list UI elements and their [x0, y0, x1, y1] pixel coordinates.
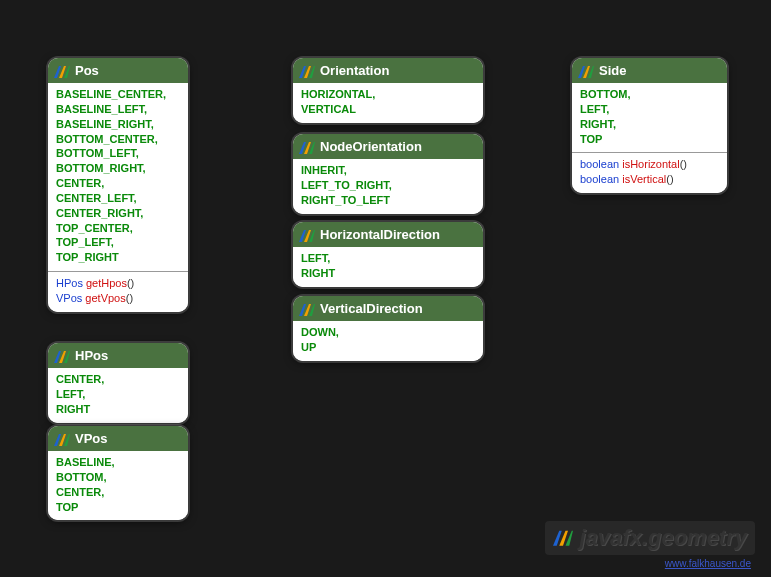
class-header: Side — [572, 58, 727, 83]
enum-icon — [54, 349, 70, 363]
enum-values: LEFT, RIGHT — [293, 247, 483, 287]
class-name: NodeOrientation — [320, 139, 422, 154]
class-box-nodeorientation: NodeOrientation INHERIT, LEFT_TO_RIGHT, … — [293, 134, 483, 214]
class-name: HorizontalDirection — [320, 227, 440, 242]
class-header: Orientation — [293, 58, 483, 83]
enum-icon — [54, 64, 70, 78]
class-box-verticaldirection: VerticalDirection DOWN, UP — [293, 296, 483, 361]
class-name: Pos — [75, 63, 99, 78]
diagram-canvas: Pos BASELINE_CENTER, BASELINE_LEFT, BASE… — [0, 0, 771, 577]
enum-values: INHERIT, LEFT_TO_RIGHT, RIGHT_TO_LEFT — [293, 159, 483, 214]
methods: HPos getHpos() VPos getVpos() — [48, 271, 188, 312]
class-header: VPos — [48, 426, 188, 451]
package-title-text: javafx.geometry — [579, 525, 747, 551]
class-name: VPos — [75, 431, 108, 446]
class-name: Side — [599, 63, 626, 78]
methods: boolean isHorizontal() boolean isVertica… — [572, 152, 727, 193]
enum-icon — [299, 64, 315, 78]
class-box-horizontaldirection: HorizontalDirection LEFT, RIGHT — [293, 222, 483, 287]
enum-values: DOWN, UP — [293, 321, 483, 361]
enum-icon — [553, 528, 573, 548]
class-name: HPos — [75, 348, 108, 363]
class-header: VerticalDirection — [293, 296, 483, 321]
class-box-pos: Pos BASELINE_CENTER, BASELINE_LEFT, BASE… — [48, 58, 188, 312]
enum-icon — [299, 228, 315, 242]
method: HPos getHpos() — [56, 276, 180, 291]
class-header: NodeOrientation — [293, 134, 483, 159]
enum-icon — [54, 432, 70, 446]
enum-values: BOTTOM, LEFT, RIGHT, TOP — [572, 83, 727, 152]
class-box-orientation: Orientation HORIZONTAL, VERTICAL — [293, 58, 483, 123]
package-title: javafx.geometry — [553, 525, 747, 551]
enum-icon — [299, 140, 315, 154]
enum-values: CENTER, LEFT, RIGHT — [48, 368, 188, 423]
class-header: HPos — [48, 343, 188, 368]
class-header: Pos — [48, 58, 188, 83]
enum-values: BASELINE, BOTTOM, CENTER, TOP — [48, 451, 188, 520]
enum-icon — [299, 302, 315, 316]
method: boolean isVertical() — [580, 172, 719, 187]
class-box-vpos: VPos BASELINE, BOTTOM, CENTER, TOP — [48, 426, 188, 520]
class-box-hpos: HPos CENTER, LEFT, RIGHT — [48, 343, 188, 423]
enum-values: HORIZONTAL, VERTICAL — [293, 83, 483, 123]
credit-link[interactable]: www.falkhausen.de — [665, 558, 751, 569]
enum-values: BASELINE_CENTER, BASELINE_LEFT, BASELINE… — [48, 83, 188, 271]
class-name: Orientation — [320, 63, 389, 78]
method: boolean isHorizontal() — [580, 157, 719, 172]
method: VPos getVpos() — [56, 291, 180, 306]
enum-icon — [578, 64, 594, 78]
class-name: VerticalDirection — [320, 301, 423, 316]
class-header: HorizontalDirection — [293, 222, 483, 247]
class-box-side: Side BOTTOM, LEFT, RIGHT, TOP boolean is… — [572, 58, 727, 193]
